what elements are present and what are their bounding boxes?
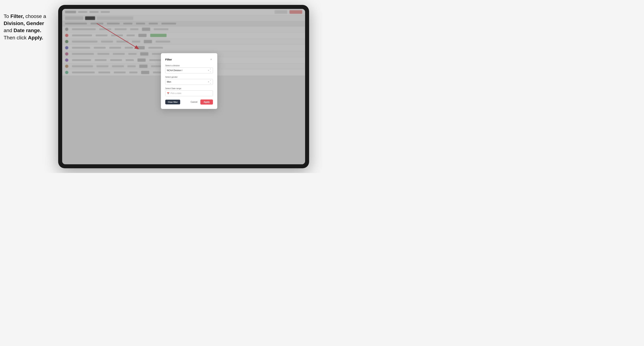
division-field-group: Select a division NCAA Division I × ⌃⌄ <box>165 64 213 73</box>
gender-chevron-icon: ⌃⌄ <box>210 80 211 84</box>
filter-modal: Filter × Select a division NCAA Division… <box>161 53 217 109</box>
modal-header: Filter × <box>165 58 213 61</box>
tablet-screen: Filter × Select a division NCAA Division… <box>62 9 305 164</box>
division-chevron-icon: ⌃⌄ <box>210 68 211 72</box>
instruction-text-2: and Date range. <box>4 28 41 33</box>
modal-footer: Clear filter Cancel Apply <box>165 99 213 105</box>
footer-right-actions: Cancel Apply <box>189 99 213 105</box>
close-icon[interactable]: × <box>209 58 213 61</box>
gender-label: Select gender <box>165 76 213 78</box>
instruction-panel: To Filter, choose a Division, Gender and… <box>0 5 58 48</box>
modal-title: Filter <box>165 58 172 61</box>
instruction-text-3: Then click Apply. <box>4 35 43 40</box>
date-field-group: Select Date range 📅 Pick a date <box>165 87 213 96</box>
date-label: Select Date range <box>165 87 213 89</box>
instruction-text-1: To Filter, choose a <box>4 13 46 19</box>
gender-field-group: Select gender Men × ⌃⌄ <box>165 76 213 85</box>
gender-clear-icon[interactable]: × <box>208 81 209 83</box>
tablet-frame: Filter × Select a division NCAA Division… <box>58 5 309 168</box>
apply-button[interactable]: Apply <box>200 99 213 105</box>
division-select[interactable]: NCAA Division I × ⌃⌄ <box>165 68 213 73</box>
division-value: NCAA Division I <box>167 69 208 72</box>
division-label: Select a division <box>165 64 213 67</box>
calendar-icon: 📅 <box>167 92 170 95</box>
cancel-button[interactable]: Cancel <box>189 99 199 105</box>
date-placeholder: Pick a date <box>170 92 181 95</box>
clear-filter-button[interactable]: Clear filter <box>165 100 180 104</box>
instruction-bold-division: Division, Gender <box>4 20 44 26</box>
gender-select[interactable]: Men × ⌃⌄ <box>165 79 213 85</box>
division-clear-icon[interactable]: × <box>208 69 209 72</box>
gender-value: Men <box>167 81 208 83</box>
modal-overlay: Filter × Select a division NCAA Division… <box>62 9 305 164</box>
date-input[interactable]: 📅 Pick a date <box>165 90 213 96</box>
